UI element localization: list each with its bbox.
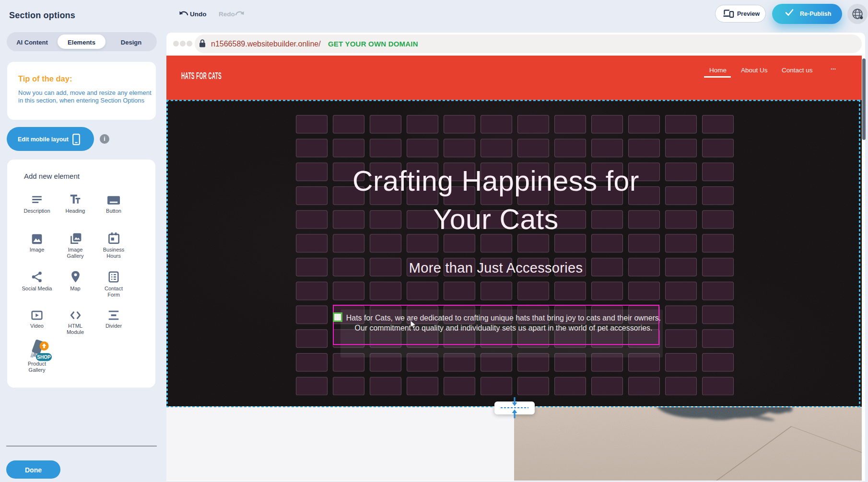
svg-text:SHOP: SHOP [37, 355, 51, 360]
